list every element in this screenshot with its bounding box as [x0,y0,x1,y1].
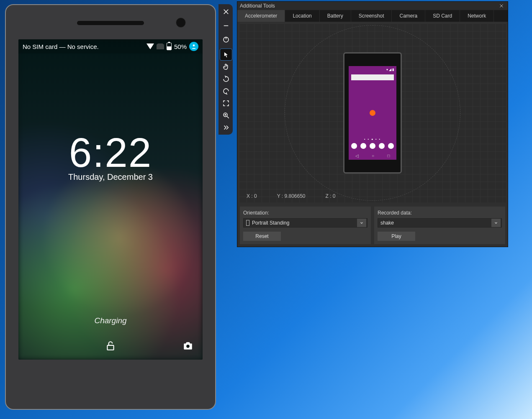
status-no-service: No SIM card — No service. [23,43,146,50]
zoom-button[interactable] [220,110,232,121]
emulator-toolbar [218,4,233,135]
tools-bottom-panels: Orientation: Portrait Standing Reset Rec… [237,204,508,247]
recorded-data-dropdown[interactable]: shake [378,218,502,227]
wifi-icon [146,43,154,49]
charging-label: Charging [18,316,203,325]
rotate-left-button[interactable] [220,73,232,84]
chevron-down-icon [491,219,501,227]
fit-to-screen-button[interactable] [220,97,232,109]
tools-close-button[interactable] [498,2,505,10]
recorded-data-panel: Recorded data: shake Play [374,207,505,244]
accel-y: Y : 9.806650 [277,193,306,199]
tab-camera[interactable]: Camera [392,10,425,22]
mini-page-indicator: • • ● • • [349,138,396,141]
accelerometer-canvas[interactable]: ▾ ◢ ▮ • • ● • • ◁○□ X : 0 Y : 9.806650 Z… [239,23,506,202]
phone-speaker [77,21,144,25]
reset-button[interactable]: Reset [243,232,281,241]
close-button[interactable] [220,6,232,17]
accelerometer-ball-icon [370,110,375,116]
orientation-panel: Orientation: Portrait Standing Reset [240,207,371,244]
wallpaper [18,39,203,360]
mini-status-icons-icon: ▾ ◢ ▮ [386,68,394,72]
chevron-down-icon [357,219,366,227]
tab-accelerometer[interactable]: Accelerometer [237,10,285,22]
mini-nav-bar: ◁○□ [349,153,396,158]
accel-x: X : 0 [247,193,257,199]
play-button[interactable]: Play [378,232,415,241]
user-avatar-icon[interactable] [189,42,198,51]
single-point-input-button[interactable] [220,49,232,60]
accelerometer-coords: X : 0 Y : 9.806650 Z : 0 [247,193,336,199]
recorded-data-value: shake [380,220,394,226]
android-status-bar[interactable]: No SIM card — No service. 50% [18,39,203,54]
svg-rect-2 [107,345,113,350]
tab-sd-card[interactable]: SD Card [425,10,460,22]
tab-screenshot[interactable]: Screenshot [351,10,392,22]
battery-icon [167,43,172,50]
tools-titlebar[interactable]: Additional Tools [237,2,508,10]
status-icons: 50% [146,42,198,51]
orientation-value: Portrait Standing [252,220,289,226]
lockscreen-clock: 6:22 [18,129,203,176]
svg-point-0 [193,44,195,46]
sd-card-disabled-icon [157,43,164,49]
accelerometer-phone-preview[interactable]: ▾ ◢ ▮ • • ● • • ◁○□ [343,52,402,174]
accel-z: Z : 0 [326,193,336,199]
phone-front-camera [176,18,186,28]
unlock-icon[interactable] [105,345,116,353]
additional-tools-window: Additional Tools Accelerometer Location … [237,1,508,247]
orientation-dropdown[interactable]: Portrait Standing [243,218,368,227]
emulator-screen[interactable]: No SIM card — No service. 50% 6:22 Thurs… [18,39,203,360]
battery-percent: 50% [174,43,187,50]
orientation-label: Orientation: [243,210,368,216]
rotate-right-button[interactable] [220,85,232,97]
power-button[interactable] [220,33,232,45]
tab-location[interactable]: Location [285,10,319,22]
minimize-button[interactable] [220,18,232,29]
tab-battery[interactable]: Battery [320,10,351,22]
lockscreen-date: Thursday, December 3 [18,172,203,182]
multi-touch-input-button[interactable] [220,61,232,72]
tools-expand-button[interactable] [220,122,232,133]
tools-window-title: Additional Tools [240,3,275,9]
recorded-data-label: Recorded data: [378,210,502,216]
mini-search-bar [351,74,394,80]
emulator-phone-frame: No SIM card — No service. 50% 6:22 Thurs… [5,4,216,410]
tab-network[interactable]: Network [460,10,494,22]
phone-portrait-icon [246,220,249,226]
mini-dock-icons [349,143,396,149]
tools-tabs: Accelerometer Location Battery Screensho… [237,10,508,22]
